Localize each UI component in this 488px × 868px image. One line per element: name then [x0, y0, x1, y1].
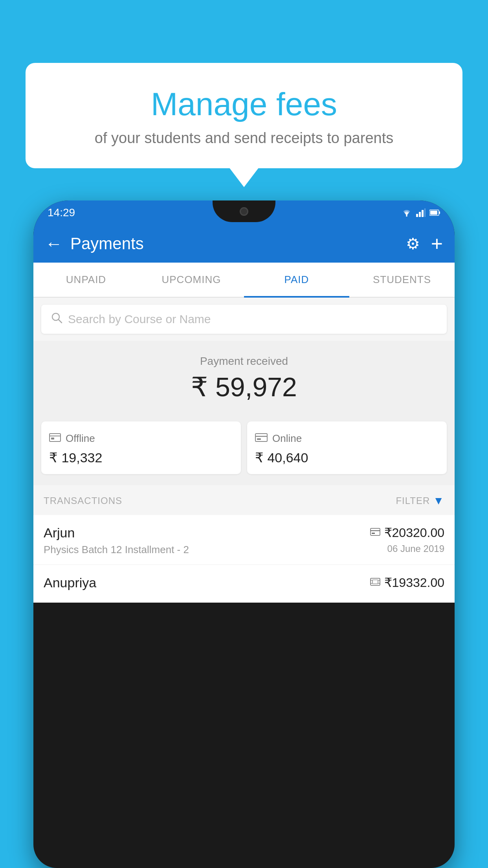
- svg-rect-2: [419, 212, 421, 217]
- svg-line-9: [59, 320, 62, 323]
- transaction-desc-1: Physics Batch 12 Installment - 2: [44, 544, 189, 556]
- svg-rect-6: [439, 211, 440, 214]
- svg-rect-4: [424, 208, 426, 217]
- notch: [213, 200, 275, 222]
- online-amount: ₹ 40,640: [255, 450, 439, 465]
- status-icons: [401, 208, 440, 217]
- offline-card: Offline ₹ 19,332: [41, 421, 241, 474]
- transaction-left-2: Anupriya: [44, 575, 96, 594]
- offline-icon: [49, 432, 61, 445]
- svg-rect-20: [372, 580, 378, 584]
- bubble-subtitle: of your students and send receipts to pa…: [45, 130, 443, 147]
- svg-rect-11: [51, 438, 54, 440]
- svg-rect-3: [422, 210, 424, 217]
- online-card: Online ₹ 40,640: [247, 421, 447, 474]
- app-bar-title: Payments: [70, 234, 398, 253]
- filter-icon: ▼: [433, 495, 444, 507]
- search-bar[interactable]: Search by Course or Name: [41, 305, 447, 334]
- tab-students[interactable]: STUDENTS: [349, 263, 455, 297]
- card-payment-icon-1: [370, 527, 380, 538]
- filter-label: FILTER: [396, 495, 430, 506]
- transaction-right-1: ₹20320.00 06 June 2019: [370, 525, 444, 554]
- tab-unpaid[interactable]: UNPAID: [33, 263, 139, 297]
- transaction-left-1: Arjun Physics Batch 12 Installment - 2: [44, 525, 189, 556]
- tabs-bar: UNPAID UPCOMING PAID STUDENTS: [33, 263, 455, 298]
- status-bar: 14:29: [33, 200, 455, 225]
- cash-payment-icon-2: [370, 577, 380, 588]
- payment-received-label: Payment received: [41, 355, 447, 368]
- app-bar: ← Payments ⚙ +: [33, 225, 455, 263]
- transaction-amount-1: ₹20320.00: [384, 525, 444, 540]
- transactions-label: TRANSACTIONS: [44, 495, 122, 506]
- back-button[interactable]: ←: [45, 234, 62, 254]
- svg-rect-18: [372, 533, 375, 534]
- transaction-row-2[interactable]: Anupriya: [33, 565, 455, 603]
- app-content: Search by Course or Name Payment receive…: [33, 298, 455, 603]
- online-icon: [255, 432, 268, 445]
- online-label: Online: [272, 432, 302, 445]
- payment-total-amount: ₹ 59,972: [41, 371, 447, 403]
- speech-bubble: Manage fees of your students and send re…: [26, 63, 462, 168]
- payment-summary: Payment received ₹ 59,972: [33, 341, 455, 414]
- battery-icon: [429, 210, 440, 216]
- svg-rect-10: [50, 434, 61, 441]
- add-icon[interactable]: +: [431, 232, 443, 256]
- transaction-name-1: Arjun: [44, 525, 189, 541]
- transaction-right-2: ₹19332.00: [370, 575, 444, 593]
- svg-rect-13: [255, 434, 267, 441]
- app-bar-actions: ⚙ +: [406, 232, 443, 256]
- transaction-row-1[interactable]: Arjun Physics Batch 12 Installment - 2 ₹…: [33, 515, 455, 565]
- status-time: 14:29: [48, 206, 75, 219]
- offline-amount: ₹ 19,332: [49, 450, 233, 465]
- transaction-amount-2: ₹19332.00: [384, 575, 444, 590]
- signal-icon: [416, 208, 426, 217]
- svg-rect-7: [430, 211, 437, 215]
- wifi-icon: [401, 208, 412, 217]
- transaction-name-2: Anupriya: [44, 575, 96, 590]
- transaction-date-1: 06 June 2019: [370, 543, 444, 554]
- svg-point-0: [406, 215, 407, 217]
- phone-frame: 14:29: [33, 200, 455, 868]
- filter-button[interactable]: FILTER ▼: [396, 495, 444, 507]
- offline-label: Offline: [66, 432, 95, 445]
- search-icon: [51, 312, 62, 327]
- svg-rect-1: [416, 214, 418, 217]
- payment-cards: Offline ₹ 19,332 Online ₹ 40,640: [33, 414, 455, 485]
- transactions-header: TRANSACTIONS FILTER ▼: [33, 485, 455, 515]
- tab-paid[interactable]: PAID: [244, 263, 349, 297]
- bubble-title: Manage fees: [45, 86, 443, 122]
- notch-camera: [240, 207, 248, 216]
- settings-icon[interactable]: ⚙: [406, 235, 420, 253]
- svg-rect-16: [371, 528, 380, 535]
- svg-rect-19: [371, 578, 380, 585]
- svg-rect-15: [257, 438, 261, 440]
- transaction-list: Arjun Physics Batch 12 Installment - 2 ₹…: [33, 515, 455, 603]
- tab-upcoming[interactable]: UPCOMING: [139, 263, 244, 297]
- search-placeholder: Search by Course or Name: [68, 313, 211, 326]
